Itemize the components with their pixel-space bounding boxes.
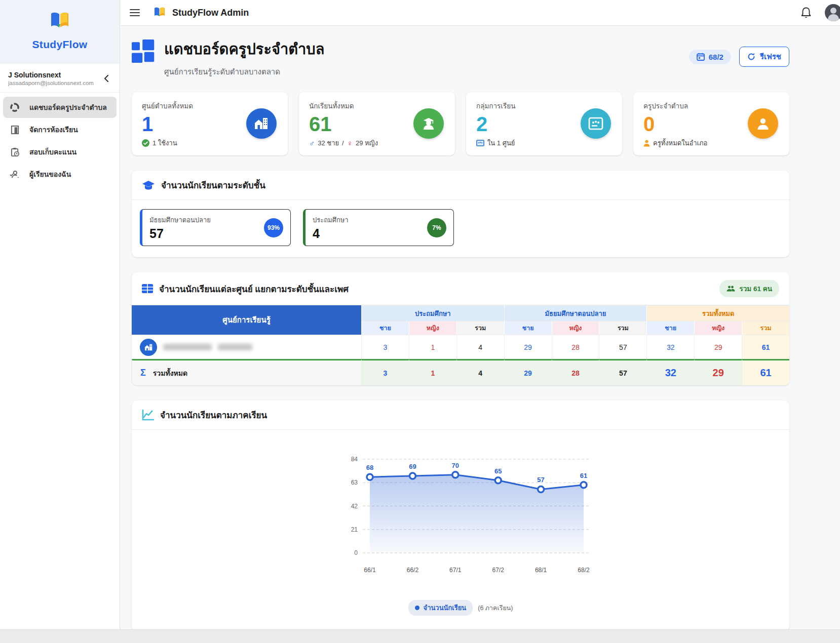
legend-note: (6 ภาคเรียน) xyxy=(478,603,513,613)
refresh-label: รีเฟรช xyxy=(760,51,781,63)
mini-person-icon xyxy=(643,140,650,147)
legend-dot-icon xyxy=(415,606,419,610)
menu-hamburger-icon[interactable] xyxy=(130,9,140,16)
building-icon xyxy=(246,108,277,139)
line-chart-icon xyxy=(142,410,154,421)
svg-text:70: 70 xyxy=(452,462,459,469)
graduate-icon xyxy=(413,108,444,139)
redacted-center-name xyxy=(218,344,252,350)
svg-text:65: 65 xyxy=(494,467,502,475)
level-label: มัธยมศึกษาตอนปลาย xyxy=(149,215,283,225)
sub-header-total: รวม xyxy=(599,321,646,335)
stat-caption: 1 ใช้งาน xyxy=(152,138,177,148)
notifications-bell-icon[interactable] xyxy=(800,7,812,19)
page-header: แดชบอร์ดครูประจำตำบล ศูนย์การเรียนรู้ระด… xyxy=(132,37,789,78)
total-cell: 4 xyxy=(456,359,504,385)
column-header-center: ศูนย์การเรียนรู้ xyxy=(132,305,361,335)
sidebar-item-classrooms[interactable]: จัดการห้องเรียน xyxy=(3,119,117,140)
male-symbol-icon: ♂ xyxy=(309,139,315,147)
svg-text:69: 69 xyxy=(409,463,416,470)
cell-value: 32 xyxy=(646,335,694,359)
table-section-title: จำนวนนักเรียนแต่ละศูนย์ แยกตามระดับชั้นแ… xyxy=(159,282,349,296)
main-content: แดชบอร์ดครูประจำตำบล ศูนย์การเรียนรู้ระด… xyxy=(121,26,840,643)
mini-class-icon xyxy=(476,140,484,146)
svg-text:21: 21 xyxy=(351,526,358,533)
sub-header-male: ชาย xyxy=(504,321,552,335)
term-badge-label: 68/2 xyxy=(709,53,723,61)
term-line-chart: 0214263846866/16966/27067/16567/25768/16… xyxy=(337,439,601,591)
studyflow-logo-icon xyxy=(49,11,71,31)
sidebar-item-exams[interactable]: สอบเก็บคะแนน xyxy=(3,141,117,163)
sidebar-item-my-students[interactable]: ผู้เรียนของฉัน xyxy=(3,164,117,185)
refresh-icon xyxy=(747,53,755,61)
sigma-icon: Σ xyxy=(140,368,146,378)
stat-card-groups: กลุ่มการเรียน 2 ใน 1 ศูนย์ xyxy=(466,92,622,155)
sidebar-collapse-button[interactable] xyxy=(100,72,112,85)
group-header-grand-total: รวมทั้งหมด xyxy=(646,305,789,321)
stat-caption-male: 32 ชาย xyxy=(318,138,339,148)
svg-text:42: 42 xyxy=(351,503,358,510)
chart-section-title: จำนวนนักเรียนตามภาคเรียน xyxy=(160,408,267,422)
user-email: jassadaporn@jsolutionsnext.com xyxy=(8,80,100,86)
stat-caption: ครูทั้งหมดในอำเภอ xyxy=(653,138,707,148)
dashboard-donut-icon xyxy=(9,102,20,113)
page-subtitle: ศูนย์การเรียนรู้ระดับตำบลบางตลาด xyxy=(164,66,325,78)
table-icon xyxy=(142,284,153,293)
sub-header-total: รวม xyxy=(456,321,504,335)
sub-header-male: ชาย xyxy=(361,321,409,335)
stat-card-centers: ศูนย์ตำบลทั้งหมด 1 1 ใช้งาน xyxy=(132,92,288,155)
total-cell: 3 xyxy=(361,359,409,385)
sidebar-item-label: สอบเก็บคะแนน xyxy=(29,146,77,157)
students-table: ศูนย์การเรียนรู้ ประถมศึกษา มัธยมศึกษาตอ… xyxy=(132,305,789,385)
page-title: แดชบอร์ดครูประจำตำบล xyxy=(164,37,325,61)
sub-header-female: หญิง xyxy=(409,321,456,335)
dashboard-tiles-icon xyxy=(132,39,155,63)
level-percent-badge: 7% xyxy=(427,218,446,237)
female-symbol-icon: ♀ xyxy=(347,139,353,147)
svg-text:66/1: 66/1 xyxy=(364,567,376,574)
svg-text:63: 63 xyxy=(351,479,358,486)
calendar-icon xyxy=(697,53,705,61)
sidebar-nav: แดชบอร์ดครูประจำตำบล จัดการห้องเรียน สอบ… xyxy=(0,93,120,190)
caption-divider: / xyxy=(342,139,344,147)
total-students-badge: รวม 61 คน xyxy=(719,280,779,297)
term-badge[interactable]: 68/2 xyxy=(689,50,731,64)
total-cell: 29 xyxy=(694,359,742,385)
cell-value: 29 xyxy=(694,335,742,359)
cell-value: 4 xyxy=(456,335,504,359)
app-title: StudyFlow Admin xyxy=(172,8,249,18)
levels-section: จำนวนนักเรียนตามระดับชั้น มัธยมศึกษาตอนป… xyxy=(132,171,789,257)
bottom-strip xyxy=(0,629,840,643)
sidebar: StudyFlow J Solutionsnext jassadaporn@js… xyxy=(0,0,120,629)
cell-value-grand: 61 xyxy=(742,335,789,359)
svg-text:66/2: 66/2 xyxy=(407,567,419,574)
total-row-label-cell: Σ รวมทั้งหมด xyxy=(132,359,361,385)
classroom-door-icon xyxy=(9,124,20,135)
table-section: จำนวนนักเรียนแต่ละศูนย์ แยกตามระดับชั้นแ… xyxy=(132,272,789,385)
svg-text:0: 0 xyxy=(354,549,358,556)
svg-text:67/1: 67/1 xyxy=(449,567,462,574)
level-label: ประถมศึกษา xyxy=(313,215,446,225)
sub-header-female: หญิง xyxy=(552,321,599,335)
cell-value: 28 xyxy=(552,335,599,359)
svg-text:68: 68 xyxy=(366,464,373,471)
sub-header-male: ชาย xyxy=(646,321,694,335)
table-row-center-name[interactable] xyxy=(132,335,361,359)
stat-caption: ใน 1 ศูนย์ xyxy=(487,138,515,148)
sub-header-female: หญิง xyxy=(694,321,742,335)
level-box-primary: ประถมศึกษา 4 7% xyxy=(303,209,454,246)
refresh-button[interactable]: รีเฟรช xyxy=(739,47,789,67)
sub-header-grand: รวม xyxy=(742,321,789,335)
total-cell-grand: 61 xyxy=(742,359,789,385)
redacted-center-name xyxy=(163,344,212,350)
sidebar-item-dashboard[interactable]: แดชบอร์ดครูประจำตำบล xyxy=(3,97,117,118)
svg-text:61: 61 xyxy=(580,472,587,479)
level-value: 57 xyxy=(149,226,283,241)
user-name: J Solutionsnext xyxy=(8,71,100,79)
user-avatar[interactable] xyxy=(825,4,840,21)
cell-value: 3 xyxy=(361,335,409,359)
total-row-label: รวมทั้งหมด xyxy=(153,368,187,379)
level-value: 4 xyxy=(313,226,446,241)
svg-text:57: 57 xyxy=(537,476,544,484)
graduation-cap-icon xyxy=(142,180,155,191)
